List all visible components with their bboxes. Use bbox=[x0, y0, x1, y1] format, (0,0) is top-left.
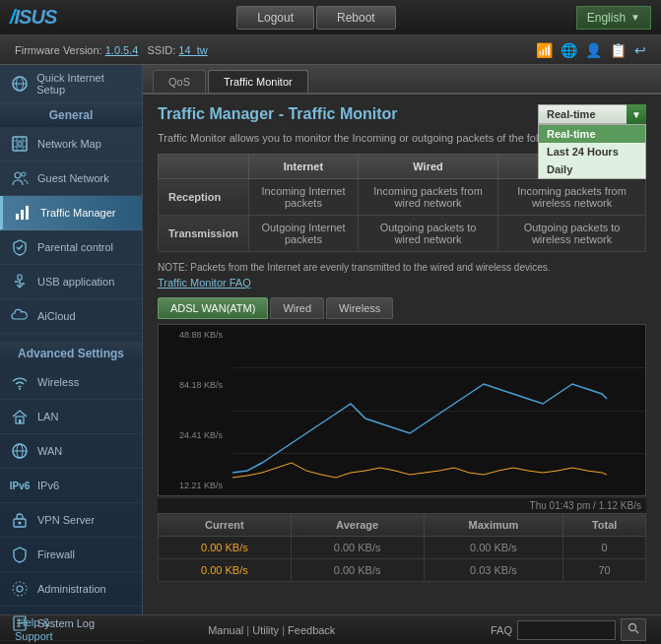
feedback-link[interactable]: Feedback bbox=[288, 624, 335, 636]
option-realtime[interactable]: Real-time bbox=[539, 125, 645, 143]
wifi-status-icon: 📶 bbox=[536, 42, 553, 58]
stats-header-current: Current bbox=[159, 514, 292, 537]
language-selector[interactable]: English ▼ bbox=[576, 6, 651, 30]
stats-table: Current Average Maximum Total 0.00 KB/s … bbox=[158, 513, 646, 582]
traffic-icon bbox=[13, 203, 33, 223]
svg-point-28 bbox=[17, 586, 23, 592]
dropdown-options-list: Real-time Last 24 Hours Daily bbox=[538, 124, 646, 179]
traffic-monitor-faq-link[interactable]: Traffic Monitor FAQ bbox=[158, 277, 251, 289]
utility-link[interactable]: Utility bbox=[252, 624, 279, 636]
faq-search-input[interactable] bbox=[517, 620, 616, 640]
svg-point-20 bbox=[19, 388, 21, 390]
content-inner: Traffic Manager - Traffic Monitor Real-t… bbox=[143, 95, 661, 614]
chart-label-top: 48.88 KB/s bbox=[164, 330, 228, 340]
svg-point-19 bbox=[23, 283, 25, 285]
svg-rect-11 bbox=[16, 214, 19, 220]
svg-line-35 bbox=[635, 630, 638, 633]
transmission-internet: Outgoing Internet packets bbox=[248, 216, 358, 252]
content-area: QoS Traffic Monitor Traffic Manager - Tr… bbox=[143, 65, 661, 614]
subtabs: ADSL WAN(ATM) Wired Wireless bbox=[158, 297, 646, 319]
copy-icon: 📋 bbox=[610, 42, 627, 58]
ssid-value[interactable]: 14_tw bbox=[178, 44, 207, 56]
firmware-info: Firmware Version: 1.0.5.4 SSID: 14_tw bbox=[15, 44, 208, 56]
chart-label-3: 24.41 KB/s bbox=[164, 430, 228, 440]
user-icon: 👤 bbox=[585, 42, 602, 58]
subtab-adsl-wan[interactable]: ADSL WAN(ATM) bbox=[158, 297, 268, 319]
svg-point-4 bbox=[18, 142, 22, 146]
table-row-transmission: Transmission Outgoing Internet packets O… bbox=[159, 216, 646, 252]
sidebar-label: Quick Internet Setup bbox=[36, 72, 132, 96]
vpn-icon bbox=[10, 510, 30, 530]
chart-area: 48.88 KB/s 84.18 KB/s 24.41 KB/s 12.21 K… bbox=[158, 324, 646, 496]
firmware-label: Firmware Version: bbox=[15, 44, 102, 56]
sidebar-item-traffic-manager[interactable]: Traffic Manager bbox=[0, 196, 142, 230]
stats-header-average: Average bbox=[291, 514, 424, 537]
chevron-down-icon: ▼ bbox=[630, 12, 640, 23]
sidebar-item-vpn-server[interactable]: VPN Server bbox=[0, 503, 142, 538]
status-icons: 📶 🌐 👤 📋 ↩ bbox=[536, 42, 646, 58]
sidebar-label: Wireless bbox=[37, 376, 79, 388]
sidebar-item-firewall[interactable]: Firewall bbox=[0, 538, 142, 572]
sidebar-label: VPN Server bbox=[37, 514, 95, 526]
help-support-link[interactable]: Help & Support bbox=[15, 616, 53, 642]
dropdown-arrow-icon[interactable]: ▼ bbox=[627, 104, 646, 124]
support-label: Support bbox=[15, 630, 53, 642]
sidebar-label: Traffic Manager bbox=[40, 207, 115, 219]
sidebar-item-guest-network[interactable]: Guest Network bbox=[0, 161, 142, 196]
page-title: Traffic Manager - Traffic Monitor bbox=[158, 105, 398, 123]
admin-icon bbox=[10, 579, 30, 599]
sidebar-item-wan[interactable]: WAN bbox=[0, 434, 142, 469]
sidebar-item-wireless[interactable]: Wireless bbox=[0, 365, 142, 400]
search-button[interactable] bbox=[621, 618, 646, 641]
sidebar-label: IPv6 bbox=[37, 480, 59, 491]
stats-row-1: 0.00 KB/s 0.00 KB/s 0.00 KB/s 0 bbox=[159, 537, 646, 559]
option-daily[interactable]: Daily bbox=[539, 161, 645, 178]
svg-point-18 bbox=[15, 281, 17, 283]
col-header-internet: Internet bbox=[248, 155, 358, 179]
stat-maximum-1: 0.00 KB/s bbox=[424, 537, 563, 559]
reception-wired: Incoming packets from wired network bbox=[358, 179, 497, 216]
tab-traffic-monitor[interactable]: Traffic Monitor bbox=[208, 70, 308, 93]
logout-button[interactable]: Logout bbox=[236, 6, 314, 30]
col-header-empty bbox=[159, 155, 249, 179]
svg-point-34 bbox=[628, 624, 635, 631]
reboot-button[interactable]: Reboot bbox=[316, 6, 396, 30]
sidebar-label: Network Map bbox=[37, 138, 101, 150]
subtab-wired[interactable]: Wired bbox=[270, 297, 324, 319]
svg-point-27 bbox=[19, 522, 22, 525]
firmware-version[interactable]: 1.0.5.4 bbox=[105, 44, 139, 56]
sidebar-item-parental-control[interactable]: Parental control bbox=[0, 230, 142, 265]
subtab-wireless[interactable]: Wireless bbox=[326, 297, 393, 319]
transmission-wireless: Outgoing packets to wireless network bbox=[498, 216, 646, 252]
cloud-icon bbox=[10, 306, 30, 326]
sidebar-item-aicloud[interactable]: AiCloud bbox=[0, 299, 142, 334]
network-icon: 🌐 bbox=[561, 42, 577, 58]
sidebar-label: AiCloud bbox=[37, 310, 76, 322]
wan-icon bbox=[10, 441, 30, 461]
chart-canvas bbox=[232, 325, 645, 495]
svg-rect-13 bbox=[26, 206, 29, 220]
sidebar-item-quick-internet-setup[interactable]: Quick Internet Setup bbox=[0, 65, 142, 103]
sidebar-label: Guest Network bbox=[37, 172, 109, 184]
option-24hours[interactable]: Last 24 Hours bbox=[539, 143, 645, 161]
svg-point-9 bbox=[15, 172, 21, 178]
chart-label-2: 84.18 KB/s bbox=[164, 380, 228, 390]
sidebar-label: Firewall bbox=[37, 548, 75, 560]
stats-header-total: Total bbox=[563, 514, 646, 537]
firmware-bar: Firmware Version: 1.0.5.4 SSID: 14_tw 📶 … bbox=[0, 35, 661, 65]
grid-line-2 bbox=[232, 411, 645, 412]
stat-maximum-2: 0.03 KB/s bbox=[424, 559, 563, 582]
tab-qos[interactable]: QoS bbox=[153, 70, 206, 93]
sidebar-label: USB application bbox=[37, 276, 114, 288]
sidebar-item-network-map[interactable]: Network Map bbox=[0, 127, 142, 161]
main-layout: Quick Internet Setup General Network Map bbox=[0, 65, 661, 614]
sidebar-item-ipv6[interactable]: IPv6 IPv6 bbox=[0, 469, 142, 503]
sidebar-general-title: General bbox=[0, 103, 142, 127]
sidebar-item-usb-application[interactable]: USB application bbox=[0, 265, 142, 299]
sidebar-item-administration[interactable]: Administration bbox=[0, 572, 142, 607]
sidebar-item-lan[interactable]: LAN bbox=[0, 400, 142, 434]
manual-link[interactable]: Manual bbox=[208, 624, 243, 636]
map-icon bbox=[10, 134, 30, 154]
firewall-icon bbox=[10, 545, 30, 564]
timerange-dropdown[interactable]: Real-time ▼ Real-time Last 24 Hours Dail… bbox=[538, 104, 646, 124]
